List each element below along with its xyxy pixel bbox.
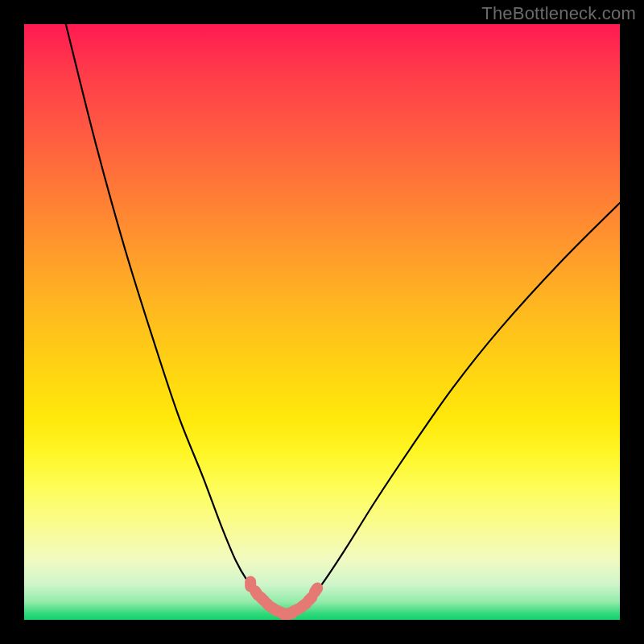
left-curve [66,24,283,614]
chart-frame: TheBottleneck.com [0,0,644,644]
plot-area [24,24,620,620]
watermark-text: TheBottleneck.com [481,3,636,24]
curves-svg [24,24,620,620]
markers [245,576,325,620]
right-curve [292,203,620,614]
